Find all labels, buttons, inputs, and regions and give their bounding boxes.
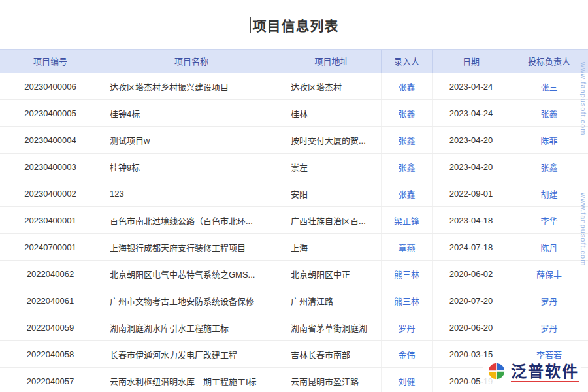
column-header-bid-manager[interactable]: 投标负责人 bbox=[510, 50, 588, 73]
cell-project-address: 广州清江路 bbox=[282, 287, 382, 314]
cell-entered-by-link[interactable]: 金伟 bbox=[382, 341, 433, 367]
cell-project-address: 桂林 bbox=[282, 100, 382, 126]
cell-bid-manager-link[interactable]: 陈菲 bbox=[510, 127, 588, 153]
cell-project-id: 2022040057 bbox=[0, 368, 101, 392]
title-bar: 项目信息列表 bbox=[0, 0, 588, 49]
cell-date: 2023-04-18 bbox=[433, 207, 510, 233]
cell-date: 2023-04-24 bbox=[433, 100, 510, 126]
cell-entered-by-link[interactable]: 熊三林 bbox=[382, 261, 433, 287]
cell-project-address: 广西壮族自治区百... bbox=[282, 207, 382, 233]
cell-entered-by-link[interactable]: 张鑫 bbox=[382, 127, 433, 153]
cell-date: 2020-06-20 bbox=[433, 314, 510, 340]
cell-date: 2023-04-20 bbox=[433, 154, 510, 180]
cell-project-address: 崇左 bbox=[282, 154, 382, 180]
cell-project-address: 安阳 bbox=[282, 180, 382, 206]
cell-bid-manager-link[interactable]: 胡建 bbox=[510, 180, 588, 206]
table-row[interactable]: 20230400002123安阳张鑫2022-09-01胡建 bbox=[0, 180, 588, 207]
cell-date: 2020-06-02 bbox=[433, 261, 510, 287]
fanpu-logo: 泛普软件 bbox=[483, 359, 581, 385]
cell-project-name: 长春市伊通河水力发电厂改建工程 bbox=[101, 341, 282, 367]
cell-entered-by-link[interactable]: 罗丹 bbox=[382, 314, 433, 340]
table-row[interactable]: 2022040059湖南洞庭湖水库引水工程施工标湖南省茅草街洞庭湖罗丹2020-… bbox=[0, 314, 588, 341]
cell-project-name: 123 bbox=[101, 180, 282, 206]
cell-project-address: 北京朝阳区中正 bbox=[282, 261, 382, 287]
cell-entered-by-link[interactable]: 刘健 bbox=[382, 368, 433, 392]
cell-date: 2020-07-20 bbox=[433, 287, 510, 314]
cell-bid-manager-link[interactable]: 张鑫 bbox=[510, 100, 588, 126]
column-header-project-name[interactable]: 项目名称 bbox=[101, 50, 282, 73]
column-header-project-id[interactable]: 项目编号 bbox=[0, 50, 101, 73]
cell-date: 2022-09-01 bbox=[433, 180, 510, 206]
cell-entered-by-link[interactable]: 章燕 bbox=[382, 234, 433, 260]
cell-project-id: 20230400005 bbox=[0, 100, 101, 126]
cell-bid-manager-link[interactable]: 罗丹 bbox=[510, 287, 588, 314]
table-header: 项目编号 项目名称 项目地址 录入人 日期 投标负责人 bbox=[0, 49, 588, 73]
cell-bid-manager-link[interactable]: 张鑫 bbox=[510, 154, 588, 180]
cell-project-name: 达孜区塔杰村乡村振兴建设项目 bbox=[101, 73, 282, 99]
cell-project-name: 测试项目w bbox=[101, 127, 282, 153]
cell-project-name: 湖南洞庭湖水库引水工程施工标 bbox=[101, 314, 282, 340]
cell-project-address: 吉林长春市南部 bbox=[282, 341, 382, 367]
cell-project-name: 广州市文物考古工地安防系统设备保修 bbox=[101, 287, 282, 314]
page-title: 项目信息列表 bbox=[253, 15, 339, 35]
cell-date: 2023-04-24 bbox=[433, 73, 510, 99]
cell-entered-by-link[interactable]: 梁正锋 bbox=[382, 207, 433, 233]
cell-bid-manager-link[interactable]: 薛保丰 bbox=[510, 261, 588, 287]
cell-project-id: 2022040058 bbox=[0, 341, 101, 367]
table-row[interactable]: 20230400003桂钟9标崇左张鑫2023-04-20张鑫 bbox=[0, 154, 588, 180]
cell-date: 2023-04-20 bbox=[433, 127, 510, 153]
table-row[interactable]: 20230400006达孜区塔杰村乡村振兴建设项目达孜区塔杰村张鑫2023-04… bbox=[0, 73, 588, 100]
cell-project-address: 上海 bbox=[282, 234, 382, 260]
cell-project-address: 按时交付大厦的贺... bbox=[282, 127, 382, 153]
table-row[interactable]: 2022040061广州市文物考古工地安防系统设备保修广州清江路熊三林2020-… bbox=[0, 287, 588, 314]
cell-bid-manager-link[interactable]: 罗丹 bbox=[510, 314, 588, 340]
column-header-project-address[interactable]: 项目地址 bbox=[282, 50, 382, 73]
cell-project-name: 北京朝阳区电气中芯特气系统之GMS... bbox=[101, 261, 282, 287]
cell-project-id: 2022040059 bbox=[0, 314, 101, 340]
cell-entered-by-link[interactable]: 张鑫 bbox=[382, 100, 433, 126]
cell-bid-manager-link[interactable]: 李华 bbox=[510, 207, 588, 233]
cell-project-id: 20230400002 bbox=[0, 180, 101, 206]
project-table: 项目编号 项目名称 项目地址 录入人 日期 投标负责人 20230400006达… bbox=[0, 49, 588, 392]
cell-project-id: 20230400004 bbox=[0, 127, 101, 153]
table-row[interactable]: 20230400004测试项目w按时交付大厦的贺...张鑫2023-04-20陈… bbox=[0, 127, 588, 154]
table-row[interactable]: 20240700001上海银行成都天府支行装修工程项目上海章燕2024-07-1… bbox=[0, 234, 588, 261]
cell-project-address: 湖南省茅草街洞庭湖 bbox=[282, 314, 382, 340]
cell-entered-by-link[interactable]: 熊三林 bbox=[382, 287, 433, 314]
fanpu-logo-icon bbox=[486, 361, 507, 384]
cell-project-id: 2022040062 bbox=[0, 261, 101, 287]
cell-project-id: 20240700001 bbox=[0, 234, 101, 260]
cell-project-name: 桂钟4标 bbox=[101, 100, 282, 126]
cell-project-name: 云南水利枢纽潜明水库一期工程施工I标 bbox=[101, 368, 282, 392]
cell-project-name: 百色市南北过境线公路（百色市北环... bbox=[101, 207, 282, 233]
cell-project-name: 上海银行成都天府支行装修工程项目 bbox=[101, 234, 282, 260]
table-row[interactable]: 20230400005桂钟4标桂林张鑫2023-04-24张鑫 bbox=[0, 100, 588, 127]
cell-project-id: 20230400001 bbox=[0, 207, 101, 233]
cell-project-id: 2022040061 bbox=[0, 287, 101, 314]
fanpu-logo-text: 泛普软件 bbox=[511, 363, 579, 383]
cell-bid-manager-link[interactable]: 陈丹 bbox=[510, 234, 588, 260]
table-body: 20230400006达孜区塔杰村乡村振兴建设项目达孜区塔杰村张鑫2023-04… bbox=[0, 73, 588, 392]
cell-bid-manager-link[interactable]: 张三 bbox=[510, 73, 588, 99]
cell-entered-by-link[interactable]: 张鑫 bbox=[382, 73, 433, 99]
cell-project-id: 20230400003 bbox=[0, 154, 101, 180]
cell-project-address: 达孜区塔杰村 bbox=[282, 73, 382, 99]
cell-project-address: 云南昆明市盈江路 bbox=[282, 368, 382, 392]
cell-project-name: 桂钟9标 bbox=[101, 154, 282, 180]
cell-date: 2024-07-18 bbox=[433, 234, 510, 260]
cell-entered-by-link[interactable]: 张鑫 bbox=[382, 180, 433, 206]
project-info-page: 项目信息列表 项目编号 项目名称 项目地址 录入人 日期 投标负责人 20230… bbox=[0, 0, 588, 392]
column-header-entered-by[interactable]: 录入人 bbox=[382, 50, 433, 73]
table-row[interactable]: 20230400001百色市南北过境线公路（百色市北环...广西壮族自治区百..… bbox=[0, 207, 588, 234]
text-cursor bbox=[250, 17, 251, 33]
table-row[interactable]: 2022040062北京朝阳区电气中芯特气系统之GMS...北京朝阳区中正熊三林… bbox=[0, 261, 588, 287]
column-header-date[interactable]: 日期 bbox=[433, 50, 510, 73]
cell-project-id: 20230400006 bbox=[0, 73, 101, 99]
cell-entered-by-link[interactable]: 张鑫 bbox=[382, 154, 433, 180]
